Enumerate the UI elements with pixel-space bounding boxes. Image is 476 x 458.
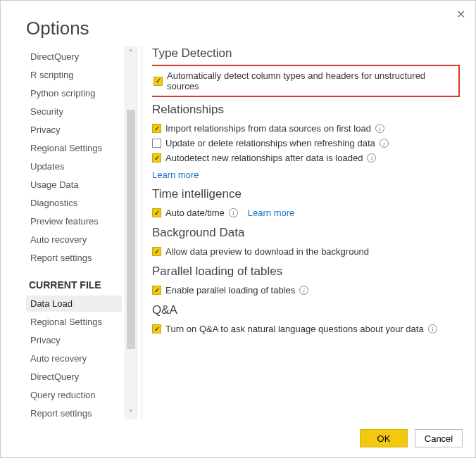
sidebar-item-cf-privacy[interactable]: Privacy [26, 332, 122, 348]
heading-relationships: Relationships [152, 103, 461, 117]
heading-background-data: Background Data [152, 226, 461, 240]
info-icon[interactable]: i [375, 124, 384, 133]
label-update-relationships: Update or delete relationships when refr… [165, 138, 375, 148]
sidebar-item-security[interactable]: Security [26, 103, 122, 120]
sidebar-item-diagnostics[interactable]: Diagnostics [26, 195, 122, 211]
main-panel: Type Detection ✓ Automatically detect co… [152, 46, 475, 419]
sidebar-item-python-scripting[interactable]: Python scripting [26, 85, 122, 101]
cancel-button[interactable]: Cancel [415, 429, 463, 447]
sidebar-item-privacy[interactable]: Privacy [26, 122, 122, 138]
sidebar-item-preview-features[interactable]: Preview features [26, 213, 122, 229]
sidebar-item-cf-auto-recovery[interactable]: Auto recovery [26, 350, 122, 367]
sidebar-item-updates[interactable]: Updates [26, 158, 122, 174]
heading-qa: Q&A [152, 303, 461, 317]
heading-parallel-loading: Parallel loading of tables [152, 265, 461, 279]
checkbox-qa[interactable]: ✓ [152, 324, 161, 333]
checkbox-autodetect-relationships[interactable]: ✓ [152, 153, 161, 163]
sidebar-item-r-scripting[interactable]: R scripting [26, 67, 122, 83]
vertical-divider [142, 46, 142, 419]
sidebar-section-current-file: CURRENT FILE [26, 268, 122, 293]
sidebar-item-cf-directquery[interactable]: DirectQuery [26, 369, 122, 385]
sidebar-item-cf-regional-settings[interactable]: Regional Settings [26, 314, 122, 330]
link-learn-more-time[interactable]: Learn more [248, 208, 294, 218]
dialog-footer: OK Cancel [360, 429, 463, 447]
sidebar-item-regional-settings[interactable]: Regional Settings [26, 140, 122, 156]
label-background-preview: Allow data preview to download in the ba… [165, 246, 369, 257]
link-learn-more-relationships[interactable]: Learn more [152, 170, 199, 180]
info-icon[interactable]: i [299, 286, 308, 295]
label-auto-date-time: Auto date/time [165, 208, 225, 218]
scroll-down-icon[interactable]: ˅ [125, 407, 137, 419]
ok-button[interactable]: OK [360, 429, 408, 447]
sidebar: DirectQuery R scripting Python scripting… [26, 46, 122, 419]
info-icon[interactable]: i [229, 208, 238, 217]
checkbox-update-relationships[interactable] [152, 139, 161, 148]
sidebar-scrollbar[interactable]: ˄ ˅ [125, 46, 137, 419]
sidebar-item-data-load[interactable]: Data Load [26, 295, 122, 312]
sidebar-item-usage-data[interactable]: Usage Data [26, 177, 122, 193]
highlight-box: ✓ Automatically detect column types and … [152, 65, 460, 97]
heading-time-intelligence: Time intelligence [152, 187, 461, 201]
content-area: DirectQuery R scripting Python scripting… [1, 46, 475, 419]
info-icon[interactable]: i [380, 139, 389, 148]
label-import-relationships: Import relationships from data sources o… [165, 123, 371, 134]
label-parallel-loading: Enable parallel loading of tables [165, 285, 295, 295]
label-qa: Turn on Q&A to ask natural language ques… [165, 324, 424, 334]
sidebar-item-cf-report-settings[interactable]: Report settings [26, 405, 122, 419]
label-auto-detect-types: Automatically detect column types and he… [167, 70, 454, 91]
sidebar-item-directquery[interactable]: DirectQuery [26, 49, 122, 65]
info-icon[interactable]: i [367, 153, 376, 163]
checkbox-import-relationships[interactable]: ✓ [152, 124, 161, 133]
scroll-up-icon[interactable]: ˄ [125, 46, 137, 59]
close-icon[interactable]: ✕ [456, 8, 465, 21]
info-icon[interactable]: i [428, 324, 437, 333]
heading-type-detection: Type Detection [152, 46, 461, 61]
sidebar-item-query-reduction[interactable]: Query reduction [26, 387, 122, 403]
label-autodetect-relationships: Autodetect new relationships after data … [165, 153, 363, 163]
dialog-title: Options [1, 1, 475, 46]
sidebar-item-report-settings[interactable]: Report settings [26, 250, 122, 266]
checkbox-auto-date-time[interactable]: ✓ [152, 208, 161, 217]
checkbox-background-preview[interactable]: ✓ [152, 247, 161, 256]
checkbox-auto-detect-types[interactable]: ✓ [154, 77, 163, 86]
scrollbar-thumb[interactable] [127, 110, 135, 349]
sidebar-item-auto-recovery[interactable]: Auto recovery [26, 231, 122, 248]
checkbox-parallel-loading[interactable]: ✓ [152, 286, 161, 295]
